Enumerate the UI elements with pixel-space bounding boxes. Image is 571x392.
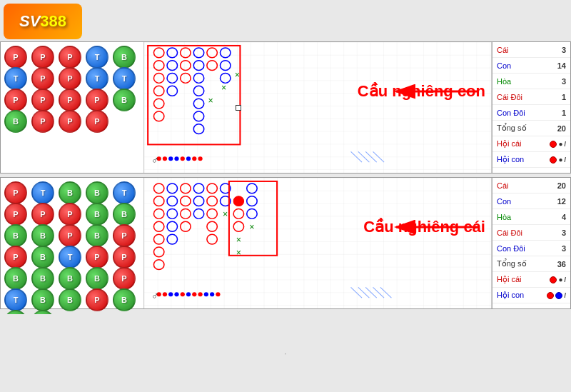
logo-text: SV388 — [19, 12, 66, 31]
circle-p: P — [59, 224, 81, 247]
circle-p: P — [31, 203, 54, 226]
main-container: SV388 PPPTBTPPTTPPPPBBPPP — [0, 0, 571, 392]
circle-p: P — [31, 110, 54, 133]
svg-text:×: × — [236, 235, 241, 245]
stat-row: Cái Đôi1 — [492, 89, 570, 105]
svg-point-35 — [186, 156, 191, 161]
circle-b: B — [113, 203, 136, 226]
circle-t: T — [31, 181, 54, 204]
stat-label: Hòa — [497, 77, 511, 86]
circles-area-bottom: PTBBTPPPBBBBPBPPBTPPBBBBPTBBPBBB — [1, 178, 143, 308]
stat-label: Con — [497, 61, 511, 70]
stat-row: Cái Đôi3 — [492, 225, 570, 241]
svg-point-83 — [163, 292, 167, 296]
logo-388: 388 — [40, 12, 66, 30]
circle-b: B — [86, 224, 108, 247]
grid-area-bottom: × × × × — [143, 178, 492, 308]
stat-label: Cái Đôi — [497, 228, 522, 237]
stats-area-bottom: Cái20Con12Hòa4Cái Đôi3Con Đôi3Tổng số36H… — [492, 178, 570, 308]
stat-row: Tổng số36 — [492, 256, 570, 272]
svg-point-88 — [192, 292, 196, 296]
logo: SV388 — [4, 4, 82, 39]
stat-value: 14 — [557, 61, 566, 70]
circle-p: P — [86, 110, 108, 133]
svg-point-85 — [174, 292, 178, 296]
stat-value: ●/ — [550, 276, 566, 283]
gender-icon-top: ♂ — [151, 154, 159, 166]
stat-label: Cái — [497, 46, 509, 54]
stat-label: Con Đôi — [497, 244, 525, 253]
svg-point-86 — [181, 292, 185, 296]
stat-row: Hòa4 — [492, 209, 570, 225]
stat-row: Hội cái●/ — [492, 136, 570, 152]
circle-b: B — [86, 181, 108, 204]
small-square-top — [236, 105, 241, 111]
stat-label: Con Đôi — [497, 109, 525, 117]
circles-area-top: PPPTBTPPTTPPPPBBPPP — [1, 42, 143, 173]
grid-svg-bottom: × × × × — [144, 178, 491, 308]
circle-t: T — [4, 67, 27, 90]
stat-label: Cái — [497, 181, 509, 190]
stat-value: 12 — [557, 197, 566, 206]
stat-row: Con12 — [492, 194, 570, 209]
hoi-indicators: ●/ — [550, 276, 566, 283]
stat-label: Hội cái — [497, 275, 522, 284]
circle-p: P — [31, 89, 54, 111]
hoi-red — [550, 276, 557, 283]
svg-point-31 — [163, 156, 167, 161]
circle-b: B — [86, 267, 108, 290]
logo-sv: SV — [19, 12, 40, 30]
hoi-indicators: ●/ — [550, 156, 566, 164]
stat-label: Hội con — [497, 155, 524, 164]
svg-point-91 — [210, 292, 214, 296]
circle-b: B — [31, 288, 54, 311]
circle-p: P — [113, 267, 136, 290]
circle-t: T — [59, 246, 81, 268]
stat-row: Tổng số20 — [492, 121, 570, 136]
stat-value: 36 — [557, 260, 566, 268]
stat-value: 20 — [557, 124, 566, 133]
bottom-area: · — [0, 314, 571, 392]
svg-point-90 — [204, 292, 208, 296]
circle-b: B — [113, 46, 136, 69]
circle-t: T — [86, 46, 108, 69]
circle-b: B — [4, 224, 27, 247]
hoi-slash: / — [564, 292, 566, 299]
hoi-dot: ● — [558, 276, 562, 283]
stat-value: ●/ — [550, 156, 566, 164]
stat-label: Tổng số — [497, 259, 527, 268]
stat-value: 4 — [562, 213, 566, 221]
circle-p: P — [86, 89, 108, 111]
stat-label: Hội con — [497, 291, 524, 300]
hoi-red — [547, 292, 554, 299]
circle-b: B — [59, 181, 81, 204]
svg-text:×: × — [223, 210, 228, 220]
stat-label: Hội cái — [497, 139, 522, 149]
bottom-dot: · — [284, 348, 286, 358]
circle-b: B — [31, 267, 54, 290]
circle-p: P — [86, 288, 108, 311]
stat-row: Cái3 — [492, 42, 570, 58]
circle-p: P — [4, 181, 27, 204]
circle-b: B — [31, 246, 54, 268]
panel-top: PPPTBTPPTTPPPPBBPPP — [0, 41, 571, 174]
circle-p: P — [59, 89, 81, 111]
stat-value: 3 — [562, 46, 566, 54]
hoi-dot: ● — [558, 140, 562, 148]
circle-b: B — [59, 288, 81, 311]
stat-row: Hội cái●/ — [492, 272, 570, 288]
circle-p: P — [59, 46, 81, 69]
circle-b: B — [59, 267, 81, 290]
svg-point-92 — [216, 292, 220, 296]
svg-text:×: × — [221, 84, 226, 94]
circle-p: P — [4, 203, 27, 226]
grid-svg-top: × × × — [144, 42, 491, 173]
circle-p: P — [113, 224, 136, 247]
stat-row: Hòa3 — [492, 74, 570, 89]
circle-t: T — [86, 67, 108, 90]
hoi-slash: / — [564, 141, 566, 148]
circle-t: T — [4, 288, 27, 311]
stat-row: Con Đôi1 — [492, 105, 570, 121]
circle-p: P — [4, 246, 27, 268]
circle-p: P — [86, 246, 108, 268]
